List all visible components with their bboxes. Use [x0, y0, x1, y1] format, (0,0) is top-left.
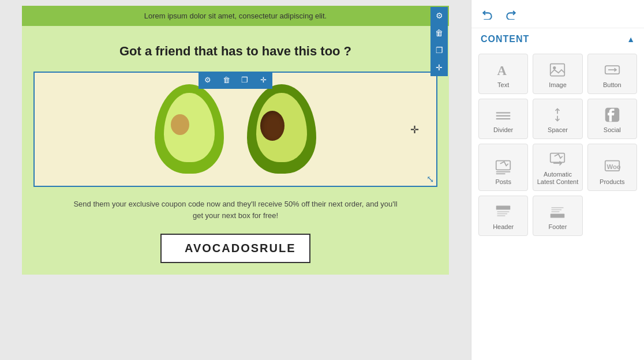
redo-button[interactable] [501, 5, 520, 23]
banner-trash-button[interactable]: 🗑 [430, 24, 448, 42]
image-block: ⚙ 🗑 ❐ ✛ [33, 72, 437, 187]
button-block-icon [604, 61, 620, 79]
heading-text: Got a friend that has to have this too ? [33, 43, 437, 60]
svg-text:Woo: Woo [606, 163, 620, 170]
block-item-divider[interactable]: Divider [478, 99, 528, 139]
button-block-label: Button [603, 81, 621, 89]
image-copy-button[interactable]: ❐ [235, 72, 254, 89]
block-item-button[interactable]: Button [587, 54, 637, 94]
header-block-label: Header [493, 223, 514, 231]
avocado-right [247, 84, 316, 174]
text-block-icon: A [495, 61, 511, 79]
resize-handle-icon[interactable]: ⤡ [425, 174, 435, 185]
content-header: CONTENT ▲ [471, 28, 644, 49]
block-item-footer[interactable]: Footer [533, 196, 582, 236]
image-move-button[interactable]: ✛ [254, 72, 272, 89]
sidebar-top-bar [471, 0, 644, 28]
avocado-illustration [132, 73, 339, 185]
products-block-icon: Woo [604, 158, 620, 176]
block-item-text[interactable]: A Text [478, 54, 528, 94]
posts-block-icon [495, 158, 511, 176]
footer-block-label: Footer [549, 223, 567, 231]
image-gear-button[interactable]: ⚙ [199, 72, 217, 89]
undo-button[interactable] [478, 5, 497, 23]
coupon-code-button[interactable]: AVOCADOSRULE [160, 234, 310, 263]
divider-block-label: Divider [493, 126, 513, 134]
banner-gear-button[interactable]: ⚙ [430, 7, 448, 24]
block-item-automatic-latest-content[interactable]: Automatic Latest Content [533, 144, 582, 191]
products-block-label: Products [600, 178, 624, 186]
auto-block-icon [549, 150, 566, 168]
image-block-icon [549, 61, 566, 79]
blocks-grid: A Text Image [471, 49, 644, 241]
block-item-header[interactable]: Header [478, 196, 528, 236]
banner-text: Lorem ipsum dolor sit amet, consectetur … [144, 12, 327, 20]
block-item-products[interactable]: Woo Products [587, 144, 637, 191]
svg-rect-25 [551, 214, 565, 218]
auto-block-label: Automatic Latest Content [536, 171, 579, 186]
svg-rect-18 [496, 206, 511, 210]
social-block-label: Social [604, 126, 621, 134]
header-block-icon [495, 202, 511, 221]
block-item-posts[interactable]: Posts [478, 144, 528, 191]
coupon-text-line1: Send them your exclusive coupon code now… [73, 200, 397, 208]
content-title: CONTENT [481, 34, 529, 44]
avocado-left [155, 84, 224, 174]
spacer-block-icon [549, 106, 566, 124]
block-item-image[interactable]: Image [533, 54, 582, 94]
undo-redo-group [478, 5, 520, 23]
image-trash-button[interactable]: 🗑 [217, 72, 235, 89]
canvas-area: Lorem ipsum dolor sit amet, consectetur … [0, 0, 471, 360]
email-canvas: Lorem ipsum dolor sit amet, consectetur … [22, 6, 449, 275]
posts-block-label: Posts [495, 178, 511, 186]
banner-toolbar: ⚙ 🗑 ❐ ✛ [430, 7, 448, 76]
banner-move-button[interactable]: ✛ [430, 59, 448, 76]
green-section: Got a friend that has to have this too ?… [22, 26, 449, 275]
image-block-label: Image [549, 81, 567, 89]
divider-block-icon [495, 106, 511, 124]
svg-rect-1 [551, 63, 565, 76]
banner-copy-button[interactable]: ❐ [430, 42, 448, 59]
coupon-text-line2: get your next box for free! [193, 211, 278, 220]
social-block-icon [604, 106, 620, 124]
move-crosshair-icon: ✛ [410, 123, 419, 136]
svg-point-2 [553, 66, 556, 69]
block-item-spacer[interactable]: Spacer [533, 99, 582, 139]
spacer-block-label: Spacer [548, 126, 568, 134]
block-item-social[interactable]: Social [587, 99, 637, 139]
banner-row: Lorem ipsum dolor sit amet, consectetur … [22, 6, 449, 26]
text-block-label: Text [497, 81, 509, 89]
image-toolbar: ⚙ 🗑 ❐ ✛ [199, 72, 272, 89]
content-collapse-icon[interactable]: ▲ [627, 35, 635, 44]
svg-text:A: A [497, 63, 507, 78]
coupon-text: Send them your exclusive coupon code now… [33, 198, 437, 223]
sidebar: CONTENT ▲ A Text Image [471, 0, 644, 360]
footer-block-icon [549, 202, 566, 221]
